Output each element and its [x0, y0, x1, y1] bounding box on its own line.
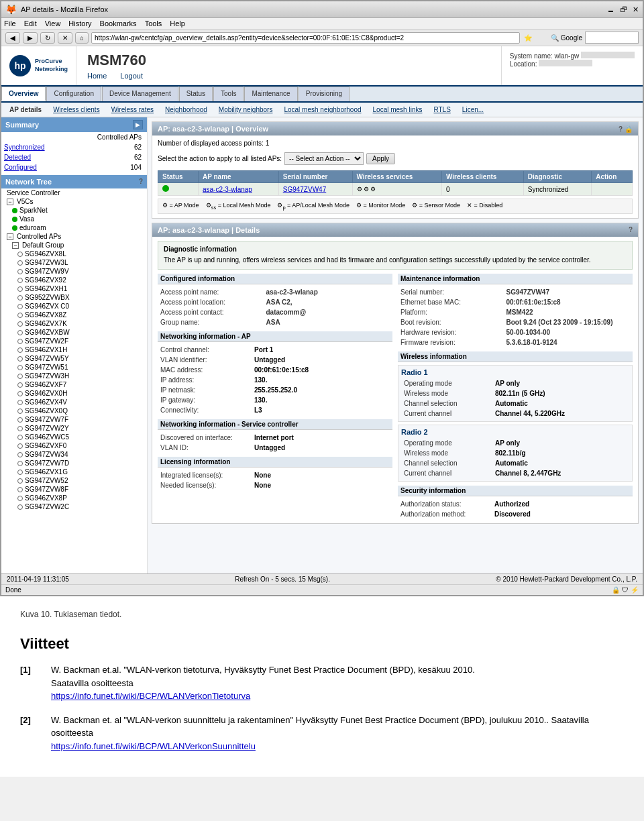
url-bar[interactable]	[91, 32, 520, 44]
tree-sg946zvxbw[interactable]: SG946ZVXBW	[1, 328, 147, 337]
tree-sg946zvxf7[interactable]: SG946ZVXF7	[1, 380, 147, 389]
default-group-collapse-btn[interactable]: −	[12, 242, 19, 249]
apply-button[interactable]: Apply	[366, 153, 395, 164]
tree-sg947zvw9v[interactable]: SG947ZVW9V	[1, 267, 147, 276]
tree-sg952zvwbx[interactable]: SG952ZVWBX	[1, 293, 147, 302]
subtab-neighborhood[interactable]: Neighborhood	[160, 104, 213, 115]
net-ap-title: Networking information - AP	[158, 331, 392, 342]
menu-bookmarks[interactable]: Bookmarks	[100, 19, 137, 28]
tree-sg946zvx8l[interactable]: SG946ZVX8L	[1, 250, 147, 258]
ref1-url[interactable]: https://info.funet.fi/wiki/BCP/WLANVerko…	[51, 691, 250, 701]
subtab-local-mesh-links[interactable]: Local mesh links	[368, 104, 428, 115]
tree-sg946zvxc0[interactable]: SG946ZVX C0	[1, 302, 147, 311]
search-box[interactable]	[585, 32, 639, 44]
serial-link[interactable]: SG947ZVW47	[283, 186, 326, 193]
menu-history[interactable]: History	[68, 19, 91, 28]
logout-nav-link[interactable]: Logout	[120, 72, 143, 80]
tree-sg947zvw8f[interactable]: SG947ZVW8F	[1, 485, 147, 494]
tree-sg947zvw3l[interactable]: SG947ZVW3L	[1, 258, 147, 267]
url-go-btn[interactable]: ⭐	[524, 34, 532, 42]
discovered-row: Discovered on interface: Internet port	[158, 433, 392, 443]
tree-sparknet[interactable]: SparkNet	[1, 206, 147, 215]
tab-overview[interactable]: Overview	[1, 87, 46, 101]
tree-eduroam[interactable]: eduroam	[1, 223, 147, 232]
tree-sg947zvw2c[interactable]: SG947ZVW2C	[1, 502, 147, 511]
ref-text-1: W. Backman et.al. "WLAN-verkon tietoturv…	[51, 663, 475, 703]
summary-scroll-btn[interactable]: ▶	[133, 120, 143, 129]
tree-sg947zvw34[interactable]: SG947ZVW34	[1, 450, 147, 459]
tree-sg946zvx8z[interactable]: SG946ZVX8Z	[1, 311, 147, 319]
maximize-btn[interactable]: 🗗	[620, 5, 627, 13]
tree-sg946zvx4v[interactable]: SG946ZVX4V	[1, 398, 147, 406]
tab-tools[interactable]: Tools	[213, 87, 244, 101]
forward-button[interactable]: ▶	[23, 32, 38, 44]
menu-help[interactable]: Help	[170, 19, 185, 28]
close-btn[interactable]: ✕	[633, 5, 639, 14]
tree-default-group[interactable]: − Default Group	[1, 241, 147, 250]
tree-sg947zvw51[interactable]: SG947ZVW51	[1, 363, 147, 372]
tree-sg947zvw3h[interactable]: SG947ZVW3H	[1, 372, 147, 380]
tree-vasa[interactable]: Vasa	[1, 215, 147, 223]
controlled-aps-collapse-btn[interactable]: −	[7, 233, 13, 240]
tab-status[interactable]: Status	[179, 87, 213, 101]
menu-view[interactable]: View	[45, 19, 61, 28]
tab-device-management[interactable]: Device Management	[102, 87, 178, 101]
reload-button[interactable]: ↻	[40, 32, 55, 44]
home-nav-link[interactable]: Home	[87, 72, 107, 80]
tree-sg947zvw7f[interactable]: SG947ZVW7F	[1, 415, 147, 424]
tab-provisioning[interactable]: Provisioning	[299, 87, 350, 101]
net-ap-table: Control channel: Port 1 VLAN identifier:…	[158, 345, 392, 415]
subtab-wireless-rates[interactable]: Wireless rates	[106, 104, 159, 115]
tree-sg947zvw2f[interactable]: SG947ZVW2F	[1, 337, 147, 345]
tree-controlled-aps[interactable]: − Controlled APs	[1, 232, 147, 241]
synchronized-label[interactable]: Synchronized	[1, 142, 69, 152]
tree-sg946zvx1g[interactable]: SG946ZVX1G	[1, 468, 147, 476]
tree-sg946zvwc5[interactable]: SG946ZVWC5	[1, 433, 147, 441]
stop-button[interactable]: ✕	[58, 32, 72, 44]
menu-tools[interactable]: Tools	[145, 19, 162, 28]
back-button[interactable]: ◀	[5, 32, 20, 44]
subtab-mobility-neighbors[interactable]: Mobility neighbors	[213, 104, 278, 115]
tree-v5cs[interactable]: − V5Cs	[1, 197, 147, 206]
detected-label[interactable]: Detected	[1, 152, 69, 162]
menu-file[interactable]: File	[4, 19, 16, 28]
tree-sg946zvxh1[interactable]: SG946ZVXH1	[1, 284, 147, 293]
tree-sg946zvx1h[interactable]: SG946ZVX1H	[1, 345, 147, 354]
v5cs-collapse-btn[interactable]: −	[7, 199, 13, 205]
tree-sg947zvw5y[interactable]: SG947ZVW5Y	[1, 354, 147, 363]
subtab-licen[interactable]: Licen...	[457, 104, 489, 115]
net-tree-help[interactable]: ?	[139, 178, 143, 186]
tree-sg946zvx0q[interactable]: SG946ZVX0Q	[1, 406, 147, 415]
network-tree-header[interactable]: Network Tree ?	[1, 175, 147, 188]
subtab-ap-details[interactable]: AP details	[4, 104, 47, 115]
ref2-url[interactable]: https://info.funet.fi/wiki/BCP/WLANVerko…	[51, 741, 256, 751]
r1-op-mode-row: Operating mode AP only	[401, 378, 629, 388]
tree-sg947zvw52[interactable]: SG947ZVW52	[1, 476, 147, 485]
summary-header[interactable]: Summary ▶	[1, 117, 147, 132]
tab-configuration[interactable]: Configuration	[46, 87, 101, 101]
overview-help-icon[interactable]: ? 🔒	[619, 125, 633, 133]
legend-text: ⚙ = AP Mode ⚙ss = Local Mesh Mode ⚙p = A…	[162, 202, 502, 211]
home-button[interactable]: ⌂	[75, 32, 89, 44]
tree-sg946zvx92[interactable]: SG946ZVX92	[1, 276, 147, 284]
tree-sg946zvx0h[interactable]: SG946ZVX0H	[1, 389, 147, 398]
details-help-icon[interactable]: ?	[629, 226, 633, 234]
minimize-btn[interactable]: 🗕	[607, 5, 614, 13]
action-select[interactable]: -- Select an Action --	[284, 152, 364, 165]
search-box-label: 🔍 Google	[551, 34, 582, 42]
auth-status-row: Authorization status: Authorized	[398, 499, 633, 509]
ap-name-link[interactable]: asa-c2-3-wlanap	[203, 186, 252, 193]
tree-sg946zvx7k[interactable]: SG946ZVX7K	[1, 319, 147, 328]
tree-sg947zvw7d[interactable]: SG947ZVW7D	[1, 459, 147, 468]
r2-ch-sel-field: Channel selection	[401, 458, 492, 468]
tab-maintenance[interactable]: Maintenance	[244, 87, 297, 101]
configured-label[interactable]: Configured	[1, 162, 69, 172]
licensing-section: Licensing information Integrated license…	[158, 457, 392, 490]
tree-sg947zvw2y[interactable]: SG947ZVW2Y	[1, 424, 147, 433]
menu-edit[interactable]: Edit	[24, 19, 37, 28]
subtab-wireless-clients[interactable]: Wireless clients	[48, 104, 105, 115]
tree-sg946zvxf0[interactable]: SG946ZVXF0	[1, 441, 147, 450]
subtab-local-mesh-neighborhood[interactable]: Local mesh neighborhood	[278, 104, 366, 115]
tree-sg946zvx8p[interactable]: SG946ZVX8P	[1, 494, 147, 502]
subtab-rtls[interactable]: RTLS	[428, 104, 455, 115]
